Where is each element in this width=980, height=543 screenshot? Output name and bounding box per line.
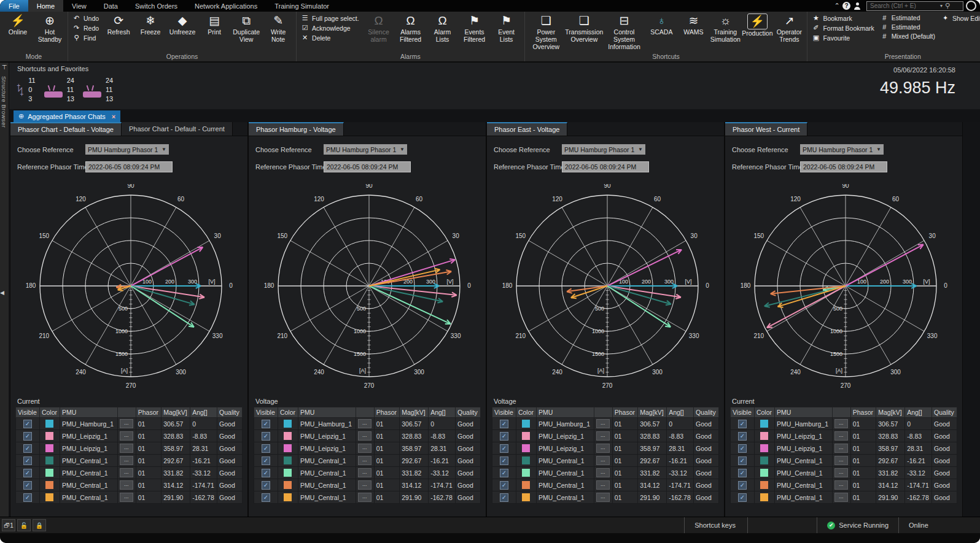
reference-time-field[interactable]: 2022-06-05 08:09:24 PM — [324, 161, 411, 172]
more-options-button[interactable]: ... — [120, 493, 133, 502]
more-options-button[interactable]: ... — [358, 468, 371, 477]
production-button[interactable]: ⚡Production — [741, 12, 773, 50]
more-options-button[interactable]: ... — [358, 431, 371, 441]
visible-checkbox[interactable]: ✓ — [23, 469, 32, 477]
visible-checkbox[interactable]: ✓ — [738, 420, 747, 428]
scada-button[interactable]: ♁SCADA — [645, 12, 677, 50]
undo-button[interactable]: ↶Undo — [72, 14, 99, 22]
lock-icon[interactable]: 🔒 — [33, 519, 46, 531]
mixed-default--button[interactable]: #Mixed (Default) — [881, 33, 935, 40]
power-system-overview-button[interactable]: ❏Power System Overview — [527, 12, 566, 50]
print-button[interactable]: ▤Print — [198, 12, 230, 43]
more-options-button[interactable]: ... — [596, 493, 610, 502]
more-options-button[interactable]: ... — [834, 480, 848, 490]
visible-checkbox[interactable]: ✓ — [262, 469, 270, 477]
redo-button[interactable]: ↷Redo — [72, 24, 99, 32]
unfreeze-button[interactable]: ◆Unfreeze — [166, 12, 198, 43]
more-options-button[interactable]: ... — [834, 493, 848, 502]
more-options-button[interactable]: ... — [120, 444, 133, 453]
menu-tab-data[interactable]: Data — [95, 0, 126, 12]
menu-tab-training-simulator[interactable]: Training Simulator — [266, 0, 338, 12]
training-simulation-button[interactable]: ☼Training Simulation — [709, 12, 741, 50]
full-page-select--button[interactable]: ☰Full page select. — [301, 14, 359, 22]
more-options-button[interactable]: ... — [120, 456, 133, 465]
menu-tab-view[interactable]: View — [63, 0, 95, 12]
search-box[interactable]: ▾ ⚲ — [866, 1, 963, 11]
favorite-shortcut-group[interactable]: ᛪ1103 — [16, 76, 36, 104]
visible-checkbox[interactable]: ✓ — [500, 493, 508, 502]
more-options-button[interactable]: ... — [834, 468, 848, 477]
estimated-button[interactable]: #Estimated — [881, 14, 935, 21]
visible-checkbox[interactable]: ✓ — [262, 432, 270, 441]
more-options-button[interactable]: ... — [596, 419, 610, 428]
visible-checkbox[interactable]: ✓ — [262, 493, 270, 502]
alarms-filtered-button[interactable]: ΩAlarms Filtered — [395, 12, 427, 43]
panel-tab[interactable]: Phasor Hamburg - Voltage — [249, 122, 344, 136]
panel-collapse-arrow-icon[interactable]: ◀ — [0, 290, 4, 296]
duplicate-view-button[interactable]: ⧉Duplicate View — [230, 12, 262, 43]
visible-checkbox[interactable]: ✓ — [262, 481, 270, 490]
search-icon[interactable]: ⚲ — [945, 2, 950, 10]
tab-aggregated-phasor-charts[interactable]: ⊕ Aggregated Phasor Chats × — [14, 110, 120, 122]
more-options-button[interactable]: ... — [834, 444, 848, 453]
panel-tab[interactable]: Phasor West - Current — [725, 122, 807, 136]
menu-tab-file[interactable]: File — [0, 0, 28, 12]
visible-checkbox[interactable]: ✓ — [23, 456, 32, 465]
visible-checkbox[interactable]: ✓ — [23, 444, 32, 453]
status-shortcut-keys[interactable]: Shortcut keys — [684, 517, 747, 533]
more-options-button[interactable]: ... — [358, 456, 371, 465]
close-icon[interactable]: × — [112, 113, 115, 120]
more-options-button[interactable]: ... — [834, 456, 848, 465]
more-options-button[interactable]: ... — [120, 480, 133, 490]
profile-ring-icon[interactable] — [966, 1, 976, 11]
favourite-button[interactable]: ▣Favourite — [812, 34, 874, 42]
collapse-ribbon-icon[interactable]: ⌃ — [831, 0, 842, 12]
visible-checkbox[interactable]: ✓ — [262, 456, 270, 465]
control-system-information-button[interactable]: ⊟Control System Information — [603, 12, 646, 50]
delete-button[interactable]: ✕Delete — [301, 34, 359, 42]
visible-checkbox[interactable]: ✓ — [262, 420, 270, 428]
format-bookmark-button[interactable]: ✐Format Bookmark — [812, 24, 874, 32]
search-dropdown-icon[interactable]: ▾ — [940, 3, 943, 9]
more-options-button[interactable]: ... — [120, 468, 133, 477]
visible-checkbox[interactable]: ✓ — [23, 493, 32, 502]
more-options-button[interactable]: ... — [358, 493, 371, 502]
visible-checkbox[interactable]: ✓ — [500, 444, 508, 453]
transmission-overview-button[interactable]: ❏Transmission Overview — [566, 12, 603, 50]
visible-checkbox[interactable]: ✓ — [738, 456, 747, 465]
events-filtered-button[interactable]: ⚑Events Filtered — [459, 12, 491, 43]
refresh-button[interactable]: ⟳Refresh — [103, 12, 134, 43]
menu-tab-home[interactable]: Home — [28, 0, 63, 12]
panel-tab[interactable]: Phasor East - Voltage — [487, 122, 567, 136]
freeze-button[interactable]: ❄Freeze — [134, 12, 166, 43]
visible-checkbox[interactable]: ✓ — [738, 444, 747, 453]
visible-checkbox[interactable]: ✓ — [23, 420, 32, 428]
reference-time-field[interactable]: 2022-06-05 08:09:24 PM — [800, 161, 887, 172]
reference-time-field[interactable]: 2022-06-05 08:09:24 PM — [562, 161, 649, 172]
more-options-button[interactable]: ... — [120, 419, 133, 428]
visible-checkbox[interactable]: ✓ — [262, 444, 270, 453]
wams-button[interactable]: ≋WAMS — [677, 12, 709, 50]
write-note-button[interactable]: ✎Write Note — [262, 12, 294, 43]
favorite-shortcut-group[interactable]: 241113 — [44, 76, 74, 104]
user-icon[interactable] — [854, 2, 861, 10]
more-options-button[interactable]: ... — [596, 444, 610, 453]
visible-checkbox[interactable]: ✓ — [23, 481, 32, 490]
more-options-button[interactable]: ... — [596, 480, 610, 490]
visible-checkbox[interactable]: ✓ — [738, 432, 747, 441]
reference-dropdown[interactable]: PMU Hamburg Phasor 1 ▼ — [85, 144, 169, 155]
more-options-button[interactable]: ... — [596, 456, 610, 465]
visible-checkbox[interactable]: ✓ — [500, 481, 508, 490]
more-options-button[interactable]: ... — [358, 480, 371, 490]
alarm-lists-button[interactable]: ΩAlarm Lists — [427, 12, 459, 43]
more-options-button[interactable]: ... — [834, 431, 848, 441]
menu-tab-switch-orders[interactable]: Switch Orders — [126, 0, 186, 12]
help-icon[interactable]: ? — [842, 2, 850, 10]
visible-checkbox[interactable]: ✓ — [500, 432, 508, 441]
visible-checkbox[interactable]: ✓ — [738, 481, 747, 490]
hot-standby-button[interactable]: ⊕Hot Standby — [34, 12, 66, 43]
visible-checkbox[interactable]: ✓ — [500, 420, 508, 428]
reference-dropdown[interactable]: PMU Hamburg Phasor 1 ▼ — [562, 144, 645, 155]
operator-trends-button[interactable]: ↗Operator Trends — [773, 12, 805, 50]
reference-dropdown[interactable]: PMU Hamburg Phasor 1 ▼ — [800, 144, 884, 155]
